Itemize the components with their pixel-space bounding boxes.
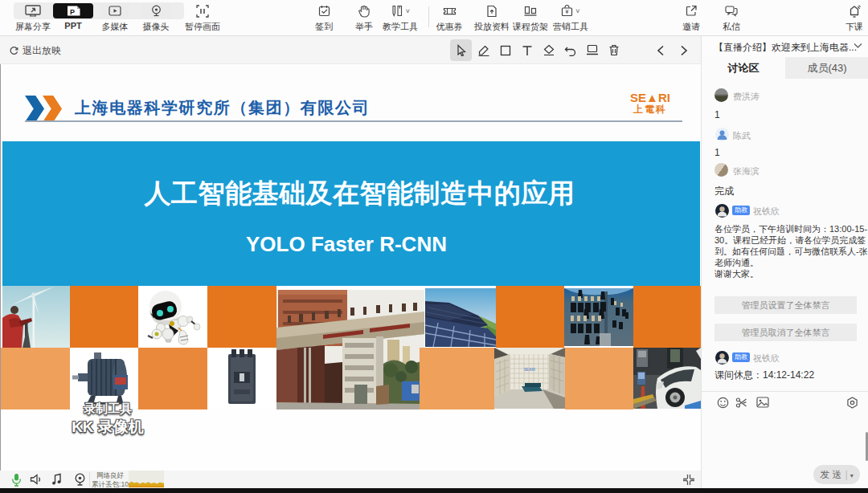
svg-text:¥: ¥: [566, 9, 569, 14]
svg-text:SEARI: SEARI: [524, 368, 535, 372]
svg-text:P: P: [69, 8, 74, 16]
